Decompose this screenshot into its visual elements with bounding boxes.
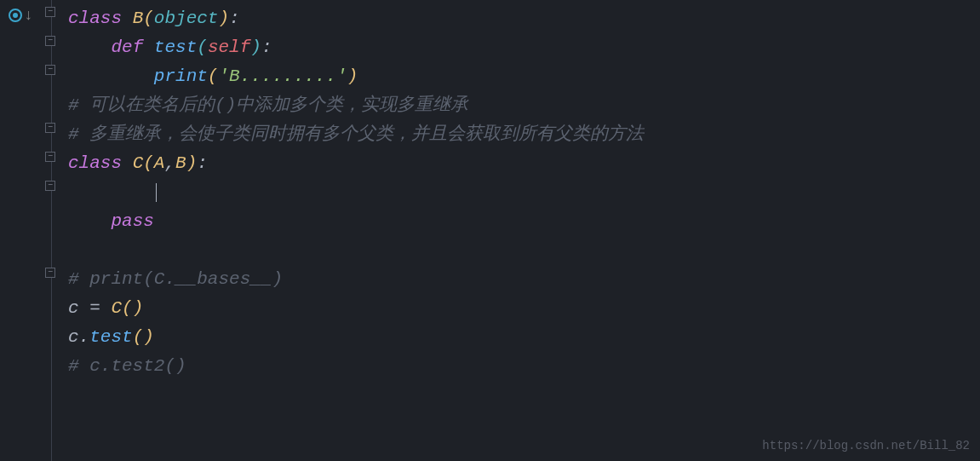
code-line — [68, 236, 980, 265]
code-editor[interactable]: ↓ − − − − − − − class B(object): def tes… — [0, 0, 980, 461]
fold-marker[interactable]: − — [45, 36, 55, 46]
keyword: class — [68, 9, 122, 28]
paren: ) — [250, 37, 261, 57]
variable: c — [68, 327, 79, 347]
function-call: print — [154, 66, 208, 86]
class-ref: B — [175, 153, 186, 173]
class-call: C — [111, 298, 122, 318]
colon: : — [197, 153, 208, 173]
code-line: def test(self): — [68, 33, 980, 62]
keyword: pass — [111, 211, 153, 231]
class-ref: A — [154, 153, 165, 173]
class-name: B — [133, 9, 144, 28]
code-line: # 可以在类名后的()中添加多个类，实现多重继承 — [68, 91, 980, 120]
param-self: self — [208, 37, 250, 57]
comment: # print(C.__bases__) — [68, 269, 283, 289]
fold-marker[interactable]: − — [45, 65, 55, 75]
paren: ( — [143, 9, 154, 28]
fold-marker[interactable]: − — [45, 152, 55, 162]
paren: () — [122, 298, 143, 318]
comment: # 多重继承，会使子类同时拥有多个父类，并且会获取到所有父类的方法 — [68, 124, 644, 144]
down-arrow-icon: ↓ — [24, 7, 33, 24]
operator: = — [89, 298, 100, 318]
code-line: # c.test2() — [68, 352, 980, 381]
code-content[interactable]: class B(object): def test(self): print('… — [58, 0, 980, 461]
paren: () — [133, 327, 154, 347]
text-cursor — [156, 183, 157, 202]
code-line — [68, 178, 980, 207]
code-line: # print(C.__bases__) — [68, 265, 980, 294]
gutter-implement-icon[interactable]: ↓ — [9, 7, 33, 24]
paren: ( — [143, 153, 154, 173]
fold-marker[interactable]: − — [45, 181, 55, 191]
code-line: c.test() — [68, 323, 980, 352]
fold-marker[interactable]: − — [45, 123, 55, 133]
colon: : — [261, 37, 272, 57]
builtin-type: object — [154, 9, 219, 28]
keyword: class — [68, 153, 122, 173]
watermark: https://blog.csdn.net/Bill_82 — [762, 439, 970, 452]
paren: ( — [197, 37, 208, 57]
paren: ) — [186, 153, 198, 173]
code-line: pass — [68, 207, 980, 236]
variable: c — [68, 298, 79, 318]
class-name: C — [133, 153, 144, 173]
keyword: def — [111, 37, 143, 57]
dot: . — [79, 327, 90, 347]
fold-marker[interactable]: − — [45, 268, 55, 278]
code-line: print('B.........') — [68, 62, 980, 91]
paren: ) — [218, 9, 229, 28]
fold-marker[interactable]: − — [45, 7, 55, 17]
code-line: # 多重继承，会使子类同时拥有多个父类，并且会获取到所有父类的方法 — [68, 120, 980, 149]
method-call: test — [89, 327, 132, 347]
circle-icon — [9, 9, 22, 22]
code-line: class B(object): — [68, 4, 980, 33]
string-literal: 'B.........' — [218, 66, 347, 86]
colon: : — [229, 9, 240, 28]
code-line: class C(A,B): — [68, 149, 980, 178]
comment: # c.test2() — [68, 356, 186, 376]
code-line: c = C() — [68, 294, 980, 323]
editor-gutter: ↓ − − − − − − − — [0, 0, 58, 461]
comment: # 可以在类名后的()中添加多个类，实现多重继承 — [68, 95, 468, 115]
paren: ) — [347, 66, 358, 86]
paren: ( — [208, 66, 219, 86]
function-name: test — [154, 37, 197, 57]
comma: , — [164, 153, 175, 173]
